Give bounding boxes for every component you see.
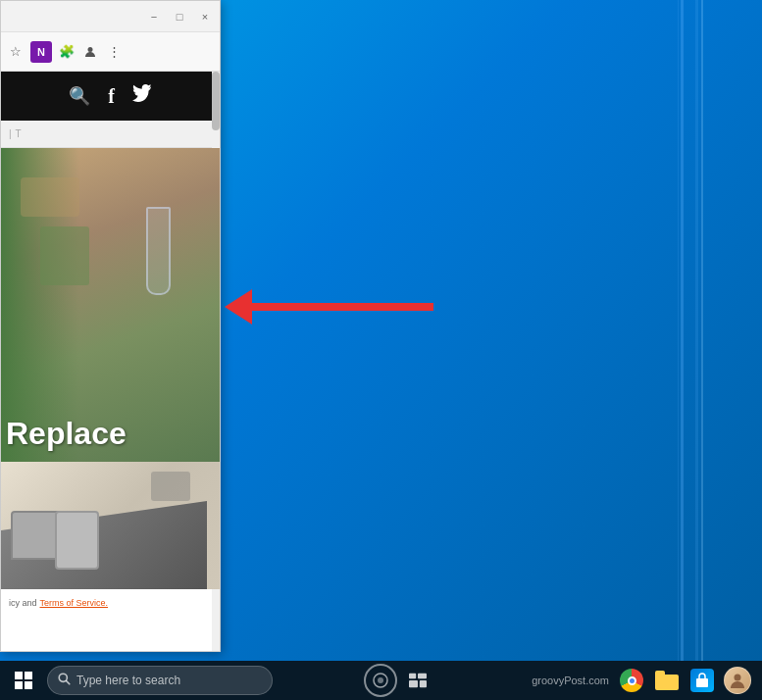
windows-logo-icon	[15, 672, 32, 689]
system-tray	[615, 664, 762, 697]
scrollbar-thumb[interactable]	[212, 72, 220, 130]
desktop-highlight-line	[701, 0, 703, 661]
folder-icon	[655, 671, 679, 690]
svg-rect-9	[696, 678, 708, 687]
svg-rect-8	[420, 680, 427, 687]
address-bar: ☆ N 🧩 ⋮	[1, 32, 220, 72]
chrome-icon	[620, 669, 643, 692]
phone-shape	[151, 472, 190, 501]
svg-rect-7	[409, 680, 418, 687]
store-icon	[690, 669, 714, 692]
start-button[interactable]	[0, 661, 47, 700]
task-view-button[interactable]	[401, 664, 434, 697]
svg-point-0	[88, 47, 93, 52]
web-navbar: 🔍 f	[1, 72, 220, 121]
taskbar-search-bar[interactable]: Type here to search	[47, 666, 273, 695]
minimize-button[interactable]: −	[147, 10, 161, 24]
desktop-highlight-line2	[678, 0, 679, 661]
arrow-head	[225, 289, 252, 325]
web-hero-image: Replace	[1, 148, 220, 462]
footer-prefix: icy and	[9, 598, 37, 608]
arrow-line	[252, 303, 433, 311]
user-avatar-tray[interactable]	[721, 664, 754, 697]
web-twitter-icon[interactable]	[132, 84, 152, 109]
browser-window: − □ × ☆ N 🧩 ⋮	[0, 0, 221, 652]
web-facebook-icon[interactable]: f	[108, 85, 115, 108]
red-arrow-annotation	[226, 289, 433, 325]
maximize-button[interactable]: □	[173, 10, 186, 24]
svg-rect-5	[409, 674, 416, 678]
chrome-menu-icon[interactable]: ⋮	[105, 43, 123, 61]
extensions-icon[interactable]: 🧩	[58, 43, 76, 61]
file-explorer-taskbar-icon[interactable]	[650, 664, 684, 697]
close-button[interactable]: ×	[198, 10, 212, 24]
title-bar: − □ ×	[1, 1, 220, 32]
chrome-taskbar-icon[interactable]	[615, 664, 648, 697]
svg-point-10	[735, 675, 741, 681]
user-avatar-icon	[724, 667, 751, 694]
web-urlbar: | T	[1, 121, 220, 148]
tablet-shape	[55, 511, 99, 570]
svg-rect-6	[418, 674, 427, 678]
svg-point-4	[378, 677, 383, 683]
taskbar-url-display: groovyPost.com	[526, 675, 615, 686]
onenote-extension-icon[interactable]: N	[30, 41, 52, 63]
interior-item	[21, 177, 79, 217]
web-search-icon[interactable]: 🔍	[69, 85, 90, 107]
terms-link[interactable]: Terms of Service.	[40, 598, 109, 608]
chrome-center-dot	[628, 676, 636, 685]
account-icon[interactable]	[81, 43, 99, 61]
store-taskbar-icon[interactable]	[686, 664, 719, 697]
svg-line-2	[67, 681, 70, 684]
web-hero-text: Replace	[6, 416, 127, 452]
taskbar: Type here to search groovyPost.com	[0, 661, 762, 700]
web-second-image	[1, 462, 220, 589]
cortana-button[interactable]	[364, 664, 397, 697]
taskbar-search-placeholder: Type here to search	[76, 674, 180, 687]
taskbar-search-icon	[58, 673, 71, 688]
plant-pot	[40, 226, 89, 285]
bookmark-icon[interactable]: ☆	[7, 43, 25, 61]
taskbar-center	[273, 664, 526, 697]
desktop: − □ × ☆ N 🧩 ⋮	[0, 0, 762, 661]
web-footer: icy and Terms of Service.	[1, 589, 220, 617]
wine-glass	[146, 207, 171, 295]
webpage-content: 🔍 f | T	[1, 72, 220, 651]
